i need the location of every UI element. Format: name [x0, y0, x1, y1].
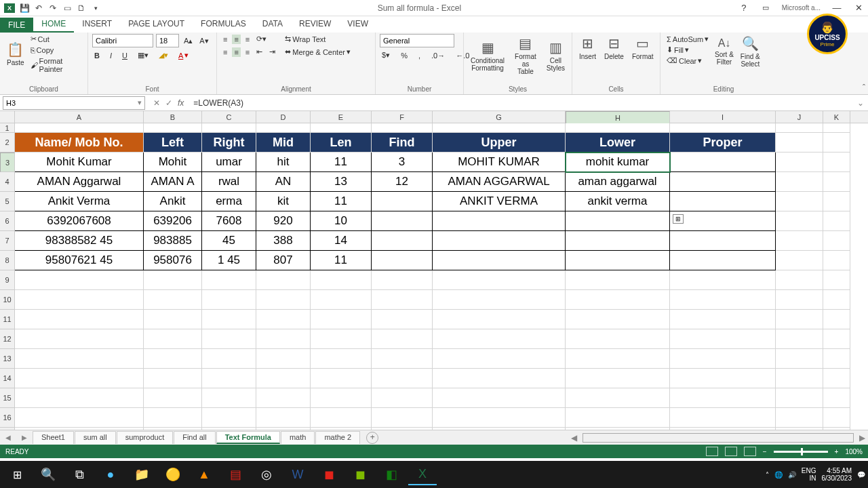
- cell-K15[interactable]: [823, 388, 850, 408]
- align-left-icon[interactable]: ≡: [221, 47, 229, 57]
- cell-C7[interactable]: 45: [202, 231, 256, 251]
- sheet-tab-sum-all[interactable]: sum all: [75, 431, 116, 444]
- col-header-I[interactable]: I: [670, 111, 776, 123]
- cell-H6[interactable]: [566, 211, 670, 231]
- cell-F7[interactable]: [372, 231, 433, 251]
- cell-A17[interactable]: [15, 428, 144, 430]
- delete-cells-button[interactable]: ⊟Delete: [601, 34, 627, 62]
- cell-B5[interactable]: Ankit: [144, 192, 202, 211]
- cell-I5[interactable]: [670, 192, 776, 211]
- tab-formulas[interactable]: FORMULAS: [193, 16, 254, 33]
- cell-K1[interactable]: [823, 123, 850, 133]
- col-header-J[interactable]: J: [776, 111, 823, 123]
- cell-J11[interactable]: [776, 310, 823, 329]
- cell-J9[interactable]: [776, 270, 823, 290]
- cell-A8[interactable]: 95807621 45: [15, 251, 144, 270]
- align-top-icon[interactable]: ≡: [221, 35, 229, 44]
- cell-K7[interactable]: [823, 231, 850, 251]
- open-icon[interactable]: ▭: [62, 3, 72, 13]
- bold-button[interactable]: B: [92, 51, 102, 60]
- row-header-8[interactable]: 8: [0, 251, 15, 270]
- row-header-14[interactable]: 14: [0, 369, 15, 388]
- cell-J15[interactable]: [776, 388, 823, 408]
- insert-cells-button[interactable]: ⊞Insert: [576, 34, 599, 62]
- cell-K17[interactable]: [823, 428, 850, 430]
- cell-K9[interactable]: [823, 270, 850, 290]
- conditional-formatting-button[interactable]: ▦Conditional Formatting: [468, 38, 507, 73]
- cell-A14[interactable]: [15, 369, 144, 388]
- ribbon-display-icon[interactable]: ▭: [756, 0, 775, 16]
- cell-H9[interactable]: [566, 270, 670, 290]
- cell-C13[interactable]: [202, 349, 256, 369]
- cell-I16[interactable]: [670, 408, 776, 428]
- cell-C15[interactable]: [202, 388, 256, 408]
- app-green2-icon[interactable]: ◧: [377, 464, 406, 485]
- cell-C12[interactable]: [202, 329, 256, 349]
- cell-E4[interactable]: 13: [311, 172, 372, 192]
- row-header-17[interactable]: 17: [0, 428, 15, 430]
- cell-D17[interactable]: [256, 428, 311, 430]
- cell-D16[interactable]: [256, 408, 311, 428]
- formula-input[interactable]: =LOWER(A3): [189, 98, 853, 108]
- cell-C2[interactable]: Right: [202, 133, 256, 152]
- cell-K16[interactable]: [823, 408, 850, 428]
- borders-button[interactable]: ▦▾: [136, 50, 151, 60]
- cell-I6[interactable]: [670, 211, 776, 231]
- cell-B14[interactable]: [144, 369, 202, 388]
- row-header-10[interactable]: 10: [0, 290, 15, 310]
- cell-A11[interactable]: [15, 310, 144, 329]
- autosum-button[interactable]: Σ AutoSum ▾: [665, 34, 711, 44]
- name-box[interactable]: H3▾: [3, 96, 145, 110]
- cell-F1[interactable]: [372, 123, 433, 133]
- cell-E6[interactable]: 10: [311, 211, 372, 231]
- cell-I4[interactable]: [670, 172, 776, 192]
- col-header-D[interactable]: D: [256, 111, 311, 123]
- cell-D15[interactable]: [256, 388, 311, 408]
- cell-H14[interactable]: [566, 369, 670, 388]
- normal-view-icon[interactable]: [706, 447, 718, 456]
- cell-K8[interactable]: [823, 251, 850, 270]
- shrink-font-icon[interactable]: A▾: [197, 36, 210, 46]
- cell-C17[interactable]: [202, 428, 256, 430]
- cell-F9[interactable]: [372, 270, 433, 290]
- cell-B6[interactable]: 639206: [144, 211, 202, 231]
- cell-B15[interactable]: [144, 388, 202, 408]
- cell-A16[interactable]: [15, 408, 144, 428]
- cell-C16[interactable]: [202, 408, 256, 428]
- cell-C8[interactable]: 1 45: [202, 251, 256, 270]
- paste-button[interactable]: 📋Paste: [4, 34, 27, 74]
- cell-G17[interactable]: [433, 428, 566, 430]
- sheet-tab-sumproduct[interactable]: sumproduct: [117, 431, 173, 444]
- cell-D1[interactable]: [256, 123, 311, 133]
- explorer-icon[interactable]: 📁: [127, 464, 156, 485]
- col-header-K[interactable]: K: [823, 111, 850, 123]
- align-bottom-icon[interactable]: ≡: [243, 35, 252, 44]
- cell-H13[interactable]: [566, 349, 670, 369]
- row-header-13[interactable]: 13: [0, 349, 15, 369]
- cell-K5[interactable]: [823, 192, 850, 211]
- cell-B16[interactable]: [144, 408, 202, 428]
- tab-insert[interactable]: INSERT: [74, 16, 120, 33]
- tab-page-layout[interactable]: PAGE LAYOUT: [120, 16, 193, 33]
- cell-F6[interactable]: [372, 211, 433, 231]
- align-middle-icon[interactable]: ≡: [232, 35, 240, 44]
- cell-F15[interactable]: [372, 388, 433, 408]
- hscroll-left-icon[interactable]: ◀: [568, 433, 580, 443]
- cell-F14[interactable]: [372, 369, 433, 388]
- cell-G11[interactable]: [433, 310, 566, 329]
- row-header-1[interactable]: 1: [0, 123, 15, 133]
- cell-G3[interactable]: MOHIT KUMAR: [433, 152, 566, 172]
- cell-A3[interactable]: Mohit Kumar: [15, 152, 144, 172]
- cut-button[interactable]: ✂ Cut: [28, 34, 83, 44]
- cell-B7[interactable]: 983885: [144, 231, 202, 251]
- chrome-icon[interactable]: 🟡: [159, 464, 187, 485]
- cell-H1[interactable]: [566, 123, 670, 133]
- row-header-15[interactable]: 15: [0, 388, 15, 408]
- cell-C11[interactable]: [202, 310, 256, 329]
- fill-color-button[interactable]: ◢▾: [157, 50, 170, 60]
- cell-E10[interactable]: [311, 290, 372, 310]
- cell-K6[interactable]: [823, 211, 850, 231]
- cell-K11[interactable]: [823, 310, 850, 329]
- cell-F17[interactable]: [372, 428, 433, 430]
- cell-D13[interactable]: [256, 349, 311, 369]
